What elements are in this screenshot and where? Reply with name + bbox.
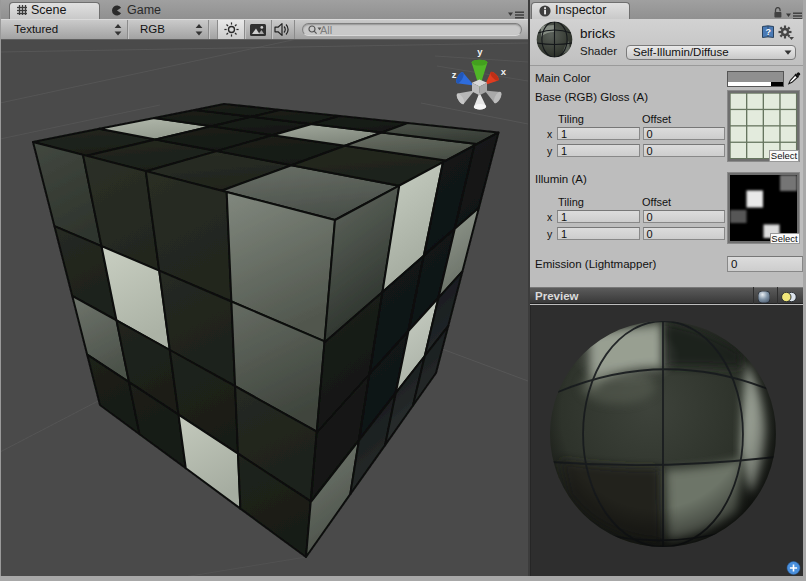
svg-text:y: y bbox=[477, 46, 483, 57]
svg-text:z: z bbox=[452, 69, 457, 80]
svg-text:x: x bbox=[501, 66, 507, 77]
svg-text:?: ? bbox=[765, 27, 771, 37]
